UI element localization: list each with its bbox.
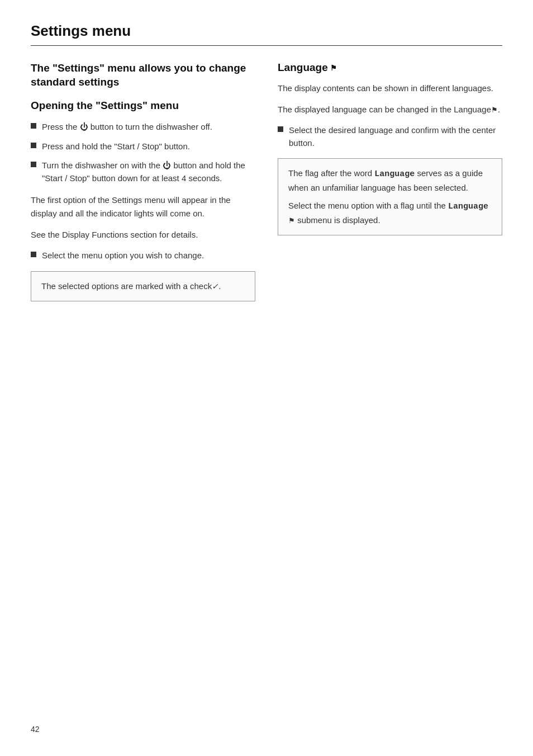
- right-para-1: The display contents can be shown in dif…: [278, 82, 502, 95]
- main-heading: The "Settings" menu allows you to change…: [31, 62, 255, 89]
- bullet-icon: [31, 123, 36, 129]
- page-number: 42: [31, 725, 40, 734]
- bullet-list-1: Press the ⏻ button to turn the dishwashe…: [31, 121, 255, 185]
- check-icon: ✓: [212, 280, 218, 292]
- page-title: Settings menu: [31, 22, 502, 46]
- info-box-left: The selected options are marked with a c…: [31, 271, 255, 301]
- para-2: See the Display Functions section for de…: [31, 228, 255, 242]
- para2-after: .: [498, 105, 500, 114]
- bullet-list-2: Select the menu option you wish to chang…: [31, 249, 255, 262]
- info-box-text-after: .: [218, 281, 221, 291]
- bullet-text: Press the ⏻ button to turn the dishwashe…: [42, 121, 212, 134]
- info-box-right: The flag after the word Language serves …: [278, 158, 502, 235]
- language-bold-1: Language: [374, 169, 415, 179]
- bullet-icon: [278, 126, 283, 132]
- info-box-text: The selected options are marked with a c…: [41, 281, 212, 291]
- list-item: Press and hold the "Start / Stop" button…: [31, 140, 255, 153]
- list-item: Select the menu option you wish to chang…: [31, 249, 255, 262]
- right-column: Language ⚑ The display contents can be s…: [278, 62, 502, 235]
- flag-icon-info: ⚑: [288, 215, 295, 227]
- info-line2-before: Select the menu option with a flag until…: [288, 201, 446, 210]
- bullet-text: Turn the dishwasher on with the ⏻ button…: [42, 159, 255, 185]
- bullet-icon: [31, 252, 36, 257]
- left-column: The "Settings" menu allows you to change…: [31, 62, 255, 301]
- bullet-icon: [31, 162, 36, 167]
- info-box-line1: The flag after the word Language serves …: [288, 167, 492, 195]
- para-1: The first option of the Settings menu wi…: [31, 193, 255, 220]
- bullet-icon: [31, 143, 36, 148]
- bullet-list-right: Select the desired language and confirm …: [278, 124, 502, 149]
- info-line1-before: The flag after the word: [288, 168, 372, 178]
- list-item: Turn the dishwasher on with the ⏻ button…: [31, 159, 255, 185]
- flag-icon-heading: ⚑: [330, 64, 337, 72]
- info-line2-after: submenu is displayed.: [297, 215, 380, 225]
- bullet-text: Select the desired language and confirm …: [289, 124, 502, 149]
- flag-icon-para2: ⚑: [491, 105, 498, 116]
- language-heading-text: Language: [278, 62, 328, 74]
- right-para-2: The displayed language can be changed in…: [278, 103, 502, 116]
- bullet-text: Press and hold the "Start / Stop" button…: [42, 140, 190, 153]
- opening-heading: Opening the "Settings" menu: [31, 99, 255, 113]
- info-box-line2: Select the menu option with a flag until…: [288, 199, 492, 227]
- list-item: Press the ⏻ button to turn the dishwashe…: [31, 121, 255, 134]
- list-item: Select the desired language and confirm …: [278, 124, 502, 149]
- language-bold-2: Language: [448, 202, 488, 211]
- para2-before: The displayed language can be changed in…: [278, 105, 491, 114]
- language-heading: Language ⚑: [278, 62, 502, 74]
- bullet-text: Select the menu option you wish to chang…: [42, 249, 204, 262]
